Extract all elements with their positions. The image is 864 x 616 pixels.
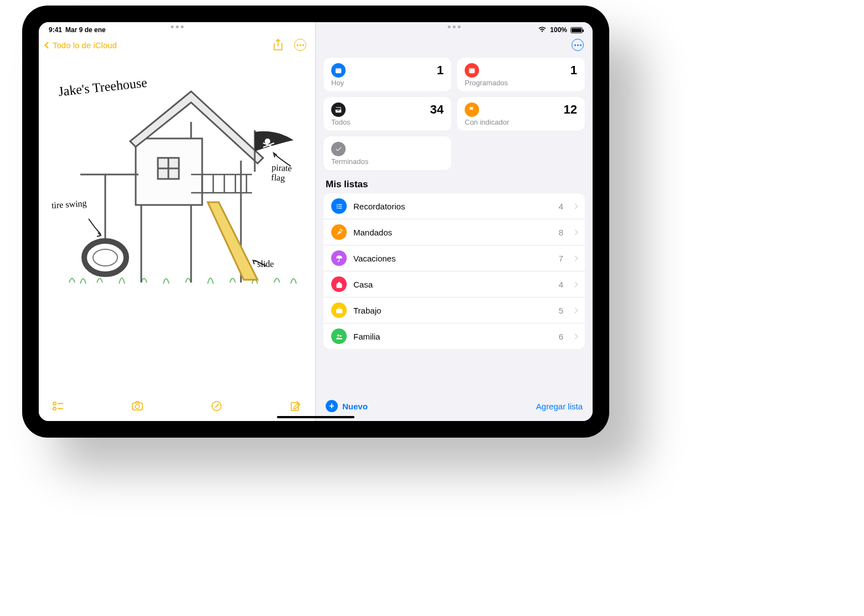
smart-card-hoy[interactable]: 1 Hoy xyxy=(323,58,451,91)
svg-point-21 xyxy=(265,138,270,144)
svg-rect-40 xyxy=(336,309,342,314)
battery-percent: 100% xyxy=(550,26,567,34)
list-name: Casa xyxy=(353,280,552,289)
smart-card-count: 34 xyxy=(430,102,444,117)
list-count: 5 xyxy=(559,306,563,315)
svg-rect-33 xyxy=(469,68,475,70)
smart-card-label: Programados xyxy=(465,79,577,87)
check-icon xyxy=(331,142,346,156)
svg-point-34 xyxy=(336,204,337,205)
svg-rect-31 xyxy=(336,68,342,70)
calendar-icon xyxy=(465,63,479,78)
smart-card-label: Terminados xyxy=(331,157,444,166)
markup-button[interactable] xyxy=(210,400,223,412)
smart-card-todos[interactable]: 34 Todos xyxy=(323,97,451,131)
smart-card-con-indicador[interactable]: 12 Con indicador xyxy=(457,97,585,131)
smart-card-label: Todos xyxy=(331,118,444,126)
svg-point-36 xyxy=(336,206,337,207)
home-icon xyxy=(331,276,347,292)
notes-back-button[interactable]: Todo lo de iCloud xyxy=(45,40,117,50)
add-list-button[interactable]: Agregar lista xyxy=(536,402,583,411)
list-count: 4 xyxy=(559,202,563,211)
list-row-casa[interactable]: Casa 4 xyxy=(323,271,585,297)
chevron-right-icon xyxy=(573,255,578,261)
sketch-label-flag: pirate flag xyxy=(271,162,308,184)
my-lists-header: Mis listas xyxy=(316,174,593,193)
flag-icon xyxy=(465,102,479,117)
sketch-label-slide: slide xyxy=(258,259,274,269)
home-indicator[interactable] xyxy=(277,416,354,418)
tray-icon xyxy=(331,102,346,117)
list-icon xyxy=(331,198,347,214)
list-row-vacaciones[interactable]: Vacaciones 7 xyxy=(323,245,585,271)
svg-point-38 xyxy=(336,207,337,208)
reminders-more-button[interactable] xyxy=(572,39,584,51)
camera-button[interactable] xyxy=(131,400,143,412)
svg-point-27 xyxy=(135,404,139,408)
smart-card-programados[interactable]: 1 Programados xyxy=(457,58,585,91)
checklist-button[interactable] xyxy=(52,400,64,412)
reminders-app-pane: 1 Hoy 1 Programados 34 Todos 12 Con indi… xyxy=(316,22,593,421)
chevron-right-icon xyxy=(573,333,578,339)
compose-button[interactable] xyxy=(290,400,302,412)
list-count: 7 xyxy=(559,254,563,263)
reminder-lists: Recordatorios 4 Mandados 8 Vacaciones 7 … xyxy=(323,193,585,349)
plus-circle-icon: + xyxy=(326,400,338,412)
notes-app-pane: Todo lo de iCloud xyxy=(39,22,316,421)
list-name: Familia xyxy=(353,332,552,341)
note-canvas[interactable]: Jake's Treehouse tire swing pirate flag … xyxy=(39,55,315,394)
list-row-mandados[interactable]: Mandados 8 xyxy=(323,219,585,245)
notes-back-label: Todo lo de iCloud xyxy=(53,40,117,50)
smart-card-count: 12 xyxy=(564,102,577,117)
smart-card-terminados[interactable]: Terminados xyxy=(323,136,451,170)
chevron-right-icon xyxy=(573,307,578,313)
smart-card-count: 1 xyxy=(437,63,444,78)
new-reminder-button[interactable]: + Nuevo xyxy=(326,400,368,412)
smart-card-label: Con indicador xyxy=(465,118,577,126)
smart-lists-grid: 1 Hoy 1 Programados 34 Todos 12 Con indi… xyxy=(316,53,593,174)
chevron-right-icon xyxy=(573,281,578,287)
status-bar: 9:41 Mar 9 de ene 100% xyxy=(39,22,593,35)
list-row-trabajo[interactable]: Trabajo 5 xyxy=(323,297,585,324)
list-name: Mandados xyxy=(353,228,552,237)
ipad-device-frame: 9:41 Mar 9 de ene 100% Todo lo de iCloud xyxy=(22,6,609,438)
status-time: 9:41 xyxy=(49,26,62,34)
carrot-icon xyxy=(331,224,347,240)
chevron-right-icon xyxy=(573,203,578,209)
list-row-familia[interactable]: Familia 6 xyxy=(323,324,585,349)
svg-rect-26 xyxy=(132,403,142,410)
smart-card-count: 1 xyxy=(570,63,577,78)
battery-icon xyxy=(570,27,583,33)
list-name: Trabajo xyxy=(353,306,552,315)
list-name: Recordatorios xyxy=(353,202,552,211)
new-reminder-label: Nuevo xyxy=(342,402,368,411)
svg-point-19 xyxy=(93,249,117,266)
smart-card-label: Hoy xyxy=(331,79,444,87)
svg-point-22 xyxy=(53,402,56,405)
svg-point-41 xyxy=(337,334,339,336)
ipad-screen: 9:41 Mar 9 de ene 100% Todo lo de iCloud xyxy=(39,22,593,421)
chevron-right-icon xyxy=(573,229,578,235)
list-row-recordatorios[interactable]: Recordatorios 4 xyxy=(323,193,585,219)
calendar-icon xyxy=(331,63,346,78)
chevron-left-icon xyxy=(44,42,52,49)
list-count: 6 xyxy=(559,332,563,341)
svg-point-24 xyxy=(53,407,56,410)
umbrella-icon xyxy=(331,250,347,266)
list-count: 4 xyxy=(559,280,563,289)
more-button[interactable] xyxy=(294,39,306,51)
wifi-icon xyxy=(538,26,547,34)
share-button[interactable] xyxy=(272,39,284,51)
status-date: Mar 9 de ene xyxy=(65,26,106,34)
list-count: 8 xyxy=(559,228,563,237)
svg-marker-15 xyxy=(208,202,258,280)
list-name: Vacaciones xyxy=(353,254,552,263)
briefcase-icon xyxy=(331,302,347,318)
svg-point-42 xyxy=(340,335,341,336)
people-icon xyxy=(331,328,347,344)
